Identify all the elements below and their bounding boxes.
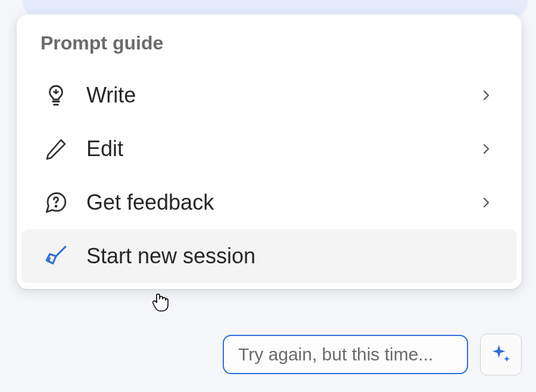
broom-icon [42, 242, 70, 270]
lightbulb-icon [42, 82, 70, 109]
menu-label: Start new session [70, 244, 493, 269]
menu-item-write[interactable]: Write [21, 69, 517, 122]
sparkle-icon [489, 342, 513, 368]
panel-title: Prompt guide [17, 32, 522, 69]
prompt-guide-panel: Prompt guide Write Edit [17, 14, 522, 289]
sparkle-button[interactable] [480, 334, 522, 375]
chevron-right-icon [479, 142, 493, 156]
chat-question-icon [42, 189, 70, 216]
svg-point-0 [55, 206, 57, 207]
menu-label: Edit [70, 136, 479, 161]
cursor-pointer-icon [151, 292, 170, 316]
menu-item-get-feedback[interactable]: Get feedback [21, 176, 517, 229]
svg-line-1 [56, 247, 66, 256]
pencil-icon [42, 135, 70, 163]
prompt-input[interactable] [223, 335, 468, 374]
chevron-right-icon [479, 195, 493, 210]
bottom-bar [0, 334, 536, 375]
menu-item-edit[interactable]: Edit [21, 122, 517, 176]
menu-label: Write [70, 83, 479, 108]
menu-label: Get feedback [70, 190, 479, 215]
menu-item-start-new-session[interactable]: Start new session [21, 229, 517, 283]
chevron-right-icon [479, 88, 493, 102]
svg-line-2 [49, 259, 50, 261]
